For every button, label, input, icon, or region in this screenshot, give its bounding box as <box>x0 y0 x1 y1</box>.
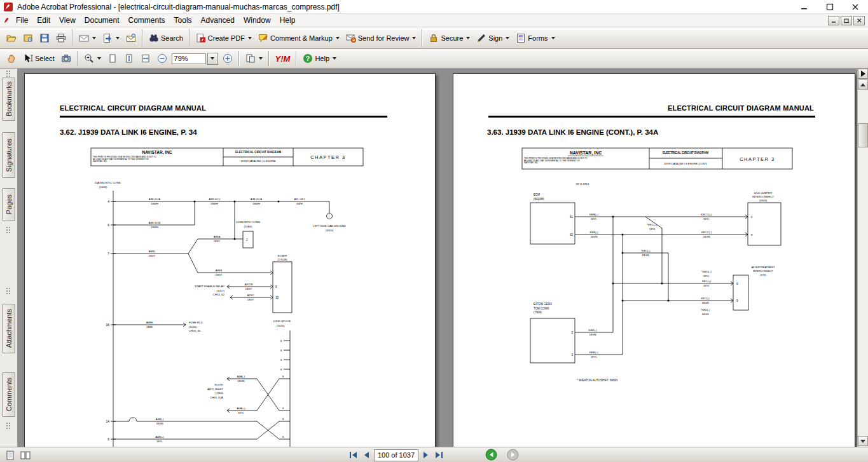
email-button[interactable] <box>76 31 99 46</box>
zoom-in-button[interactable] <box>219 51 236 66</box>
toolbar-separator <box>238 51 240 66</box>
attach-button[interactable] <box>123 31 139 46</box>
toolbar-separator <box>72 29 73 46</box>
previous-page-button[interactable] <box>362 451 371 459</box>
wire-label: *KEC(+) <box>647 223 657 226</box>
menu-window[interactable]: Window <box>239 15 275 26</box>
page-left-header: ELECTRICAL CIRCUIT DIAGRAM MANUAL <box>60 104 206 112</box>
minimize-button[interactable] <box>792 0 817 13</box>
fit-width-button[interactable] <box>137 51 154 66</box>
wire-label: A98-GCA <box>251 198 263 201</box>
splice-point: S <box>282 418 284 421</box>
doc-close-button[interactable] <box>853 16 865 25</box>
wire-label: A97ZB <box>244 283 252 286</box>
page-right-header: ELECTRICAL CIRCUIT DIAGRAM MANUAL <box>668 104 814 112</box>
wire-gauge: 18YL <box>703 275 710 278</box>
component-label: EATON GEN3 <box>534 302 552 306</box>
menu-tools[interactable]: Tools <box>170 15 196 26</box>
pin-label: c <box>751 215 753 219</box>
help-button[interactable]: ? Help <box>300 51 340 66</box>
zoom-out-button[interactable] <box>154 51 170 66</box>
forms-label: Forms <box>528 34 548 42</box>
next-view-button[interactable] <box>507 449 519 461</box>
component-label: CH03_30 <box>189 329 201 332</box>
pin-label: 10 <box>275 296 279 299</box>
close-button[interactable] <box>843 0 868 13</box>
comment-bubble-icon <box>258 33 268 43</box>
wire-label: *KED(-) <box>701 308 710 311</box>
marquee-zoom-button[interactable] <box>81 51 104 66</box>
wire-label: KEB(-) <box>590 231 598 234</box>
vertical-scrollbar[interactable] <box>857 69 868 447</box>
status-display-mode-button[interactable] <box>19 449 32 461</box>
tab-signatures[interactable]: Signatures <box>2 132 15 178</box>
last-page-button[interactable] <box>434 451 444 459</box>
company-label: NAVISTAR, INC <box>142 150 172 155</box>
sign-button[interactable]: Sign <box>473 31 513 46</box>
chapter-label: CHAPTER 3 <box>740 156 775 162</box>
snapshot-tool-button[interactable] <box>58 51 74 66</box>
secure-button[interactable]: Secure <box>425 31 473 46</box>
pane-grip[interactable] <box>6 226 11 234</box>
zoom-level-input[interactable] <box>172 53 206 64</box>
scroll-up-button[interactable] <box>858 79 868 90</box>
doc-subtitle: J1939 DATALINK I-6 ENGINE (CONT) <box>664 162 708 165</box>
menu-document[interactable]: Document <box>80 15 124 26</box>
email-caret-icon <box>92 37 96 39</box>
pane-grip[interactable] <box>6 422 11 430</box>
zoom-combo-button[interactable] <box>207 53 218 65</box>
forms-button[interactable]: Forms <box>513 31 558 46</box>
previous-view-button[interactable] <box>485 449 497 461</box>
wire-gauge: 18GN <box>701 313 708 316</box>
menu-view[interactable]: View <box>55 15 80 26</box>
yim-button[interactable]: Y!M <box>272 51 294 66</box>
next-page-button[interactable] <box>422 451 431 459</box>
first-page-button[interactable] <box>348 451 359 459</box>
select-arrow-icon <box>23 53 33 64</box>
send-for-review-button[interactable]: Send for Review <box>343 31 420 46</box>
component-label: DIAGNOSTIC CONN <box>95 181 121 184</box>
save-button[interactable] <box>36 31 53 46</box>
tab-attachments[interactable]: Attachments <box>2 304 15 353</box>
fit-page-button[interactable] <box>121 51 137 66</box>
menu-help[interactable]: Help <box>275 15 300 26</box>
organizer-button[interactable] <box>20 31 36 46</box>
magnifier-icon <box>84 53 94 64</box>
close-icon <box>851 3 859 11</box>
doc-minimize-button[interactable] <box>828 16 839 25</box>
page-number-input[interactable] <box>374 449 418 461</box>
page-display-button[interactable] <box>242 51 266 66</box>
tab-pages[interactable]: Pages <box>2 188 15 221</box>
wire-label: *KEC(-) <box>641 249 651 252</box>
select-tool-button[interactable]: Select <box>20 51 58 66</box>
menu-comments[interactable]: Comments <box>124 15 170 26</box>
tab-bookmarks[interactable]: Bookmarks <box>2 78 15 121</box>
export-button[interactable] <box>99 31 123 46</box>
comment-markup-button[interactable]: Comment & Markup <box>255 31 343 46</box>
menu-advanced[interactable]: Advanced <box>196 15 239 26</box>
search-button[interactable]: Search <box>146 31 186 46</box>
tab-bookmarks-label: Bookmarks <box>5 81 13 116</box>
menu-file[interactable]: File <box>11 15 32 26</box>
actual-size-button[interactable] <box>104 51 121 66</box>
doc-restore-button[interactable] <box>841 16 852 25</box>
status-page-size-button[interactable] <box>4 449 17 461</box>
circuit-diagram-right: NAVISTAR, INC THIS PRINT IS PROVIDED ON … <box>521 145 794 447</box>
menu-bar: File Edit View Document Comments Tools A… <box>0 14 868 27</box>
component-label: (1702B) <box>277 258 287 261</box>
maximize-button[interactable] <box>817 0 843 13</box>
hand-tool-button[interactable] <box>3 51 20 66</box>
yahoo-messenger-icon: Y!M <box>275 54 291 64</box>
tab-comments[interactable]: Comments <box>2 372 15 417</box>
open-button[interactable] <box>3 31 20 46</box>
document-area[interactable]: ELECTRICAL CIRCUIT DIAGRAM MANUAL 3.62. … <box>18 69 857 447</box>
pane-toggle-button[interactable] <box>858 69 868 79</box>
create-pdf-button[interactable]: Create PDF <box>193 31 255 46</box>
wire-gauge: 18GN <box>589 333 596 336</box>
print-button[interactable] <box>53 31 69 46</box>
maximize-icon <box>826 3 834 11</box>
menu-edit[interactable]: Edit <box>32 15 55 26</box>
pane-grip[interactable] <box>6 287 11 296</box>
scroll-down-button[interactable] <box>858 436 868 446</box>
scrollbar-thumb[interactable] <box>858 123 868 147</box>
